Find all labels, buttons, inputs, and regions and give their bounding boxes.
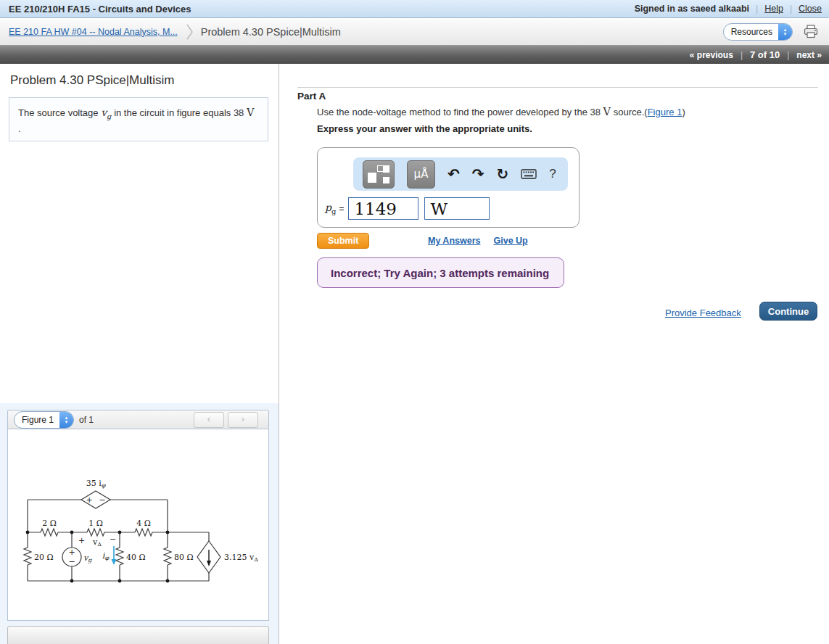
resistor-80ohm-label: 80 Ω (174, 553, 194, 562)
answer-links: My Answers Give Up (428, 236, 528, 246)
help-icon[interactable]: ? (549, 167, 556, 181)
dep-current-source-label: 3.125 vΔ (224, 553, 258, 563)
divider (297, 87, 818, 88)
redo-icon[interactable]: ↷ (472, 167, 484, 181)
close-link[interactable]: Close (799, 4, 822, 14)
circuit-diagram: 35 iφ + − 2 Ω 1 Ω 4 Ω 20 Ω 40 Ω 80 Ω + −… (8, 429, 268, 619)
provide-feedback-link[interactable]: Provide Feedback (665, 307, 741, 318)
resistor-2ohm-label: 2 Ω (42, 519, 57, 528)
part-a-heading: Part A (297, 91, 326, 102)
pager-bar: « previous | 7 of 10 | next » (0, 46, 829, 64)
feedback-text: Incorrect; Try Again; 3 attempts remaini… (331, 267, 549, 279)
chevron-right-icon (186, 22, 194, 41)
pager-position: 7 of 10 (750, 49, 780, 60)
answer-row: pg = (325, 197, 490, 220)
breadcrumb-assignment-link[interactable]: EE 210 FA HW #04 -- Nodal Analysis, M... (9, 27, 178, 37)
intro-text: in the circuit in figure equals 38 (112, 107, 247, 118)
print-icon[interactable] (803, 25, 819, 38)
template-icon (383, 165, 389, 173)
vdelta-label: vΔ (92, 537, 102, 548)
template-icon (383, 177, 389, 183)
course-title: EE 210/210H FA15 - Circuits and Devices (9, 4, 191, 15)
divider: | (741, 50, 743, 60)
title-bar: EE 210/210H FA15 - Circuits and Devices … (0, 0, 829, 18)
equation-toolbar: μÅ ↶ ↷ ↻ ? (353, 157, 568, 191)
question-text: Use the node-voltage method to find the … (317, 106, 685, 117)
problem-title: Problem 4.30 PSpice|Multisim (10, 73, 174, 88)
answer-panel: Part A Use the node-voltage method to fi… (279, 64, 829, 644)
up-down-stepper-icon: ▲▼ (59, 412, 73, 428)
figure-section: Figure 1 ▲▼ of 1 ‹ › (0, 403, 279, 644)
equals-sign: = (339, 204, 344, 214)
previous-button[interactable]: « previous (690, 50, 733, 60)
vdelta-minus: − (110, 534, 116, 544)
intro-text: The source voltage (18, 107, 101, 118)
units-button[interactable]: μÅ (407, 160, 435, 189)
dep-voltage-plus: + (86, 495, 92, 505)
feedback-box: Incorrect; Try Again; 3 attempts remaini… (317, 257, 564, 288)
figure-select[interactable]: Figure 1 ▲▼ (14, 411, 74, 429)
item-view-panel: Problem 4.30 PSpice|Multisim The source … (0, 64, 279, 644)
figure-count-label: of 1 (79, 415, 94, 425)
answer-units-input[interactable] (424, 197, 490, 220)
template-icon (368, 173, 376, 183)
figure-prev-button[interactable]: ‹ (194, 412, 224, 428)
mastering-engineering-page: EE 210/210H FA15 - Circuits and Devices … (0, 0, 829, 644)
my-answers-link[interactable]: My Answers (428, 236, 480, 246)
iphi-label: iφ (102, 551, 110, 561)
resistor-20ohm-label: 20 Ω (34, 553, 54, 562)
answer-value-input[interactable] (348, 197, 418, 220)
continue-button[interactable]: Continue (759, 302, 817, 321)
help-link[interactable]: Help (764, 4, 783, 14)
signed-in-label: Signed in as saeed alkaabi (635, 4, 749, 14)
equation-template-button[interactable] (363, 160, 395, 189)
give-up-link[interactable]: Give Up (493, 236, 527, 246)
resources-label: Resources (724, 24, 778, 40)
undo-icon[interactable]: ↶ (448, 167, 460, 181)
collapsed-section-bar[interactable] (7, 626, 269, 644)
submit-button[interactable]: Submit (317, 233, 369, 249)
vdelta-plus: + (78, 536, 85, 545)
resistor-1ohm-label: 1 Ω (88, 519, 103, 528)
next-button[interactable]: next » (796, 50, 822, 60)
vsrc-plus: + (68, 548, 75, 557)
dep-voltage-minus: − (99, 495, 105, 505)
var-vg: vg (101, 107, 111, 118)
divider: | (756, 4, 758, 14)
figure-next-button[interactable]: › (228, 412, 258, 428)
up-down-stepper-icon: ▲▼ (778, 24, 792, 40)
breadcrumb: EE 210 FA HW #04 -- Nodal Analysis, M...… (0, 18, 829, 46)
dep-voltage-source-label: 35 iφ (86, 479, 106, 489)
figure-toolbar: Figure 1 ▲▼ of 1 ‹ › (7, 410, 269, 429)
answer-variable: pg (325, 202, 336, 215)
figure-1-link[interactable]: Figure 1 (648, 107, 682, 117)
divider: | (790, 4, 792, 14)
keyboard-icon[interactable] (521, 169, 537, 179)
resistor-40ohm-label: 40 Ω (126, 553, 146, 562)
resources-dropdown[interactable]: Resources ▲▼ (723, 23, 793, 41)
unit-volt: V (603, 106, 611, 117)
vsrc-minus: − (68, 557, 75, 566)
instruction-text: Express your answer with the appropriate… (317, 123, 532, 134)
intro-period: . (18, 123, 21, 134)
divider: | (787, 50, 789, 60)
problem-introduction: The source voltage vg in the circuit in … (9, 97, 268, 141)
unit-volt: V (247, 107, 254, 118)
figure-canvas: 35 iφ + − 2 Ω 1 Ω 4 Ω 20 Ω 40 Ω 80 Ω + −… (7, 429, 269, 621)
figure-select-label: Figure 1 (15, 412, 59, 428)
resistor-4ohm-label: 4 Ω (136, 519, 151, 528)
breadcrumb-current: Problem 4.30 PSpice|Multisim (201, 26, 341, 38)
reset-icon[interactable]: ↻ (497, 167, 509, 181)
vsrc-label: vg (83, 553, 92, 564)
answer-box: μÅ ↶ ↷ ↻ ? (317, 147, 580, 228)
